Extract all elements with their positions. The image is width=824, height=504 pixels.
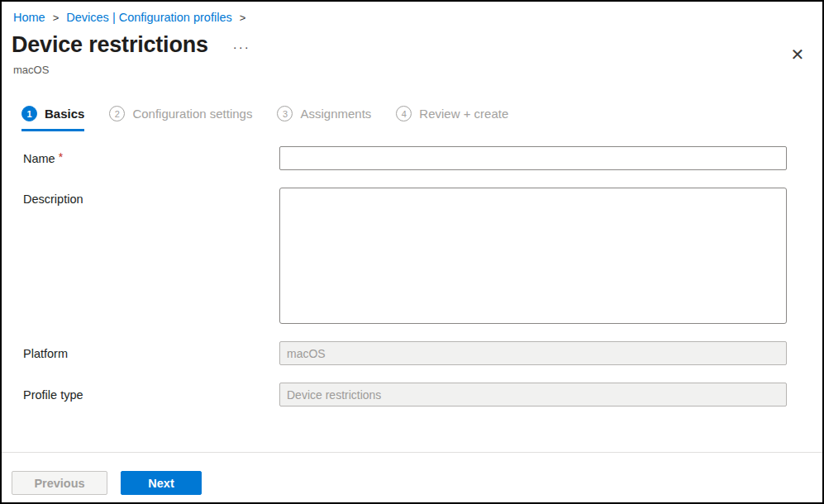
- platform-label: Platform: [23, 347, 279, 360]
- platform-input: [279, 341, 787, 365]
- name-label: Name*: [23, 152, 279, 165]
- profile-type-input: [279, 383, 787, 407]
- description-label: Description: [23, 188, 279, 206]
- step-number-badge: 3: [277, 106, 293, 121]
- breadcrumb-separator: >: [240, 12, 246, 24]
- step-label: Basics: [45, 107, 84, 121]
- header: Device restrictions ···: [2, 24, 822, 58]
- name-input[interactable]: [279, 146, 787, 170]
- basics-form: Name* Description Platform Profile type: [2, 146, 822, 407]
- name-label-text: Name: [23, 152, 55, 165]
- platform-subtitle: macOS: [2, 58, 822, 76]
- breadcrumb-separator: >: [53, 12, 60, 24]
- required-indicator: *: [59, 150, 63, 164]
- step-number-badge: 4: [396, 106, 412, 121]
- tab-assignments[interactable]: 3 Assignments: [277, 106, 371, 131]
- tab-basics[interactable]: 1 Basics: [21, 106, 84, 131]
- wizard-steps: 1 Basics 2 Configuration settings 3 Assi…: [21, 106, 822, 131]
- wizard-footer: Previous Next: [2, 452, 822, 502]
- step-label: Configuration settings: [132, 107, 252, 121]
- page-title: Device restrictions: [12, 32, 208, 58]
- close-icon[interactable]: ✕: [788, 45, 807, 64]
- description-input[interactable]: [279, 188, 787, 324]
- tab-configuration-settings[interactable]: 2 Configuration settings: [109, 106, 252, 131]
- step-number-badge: 1: [21, 106, 37, 121]
- profile-type-row: Profile type: [2, 383, 822, 407]
- previous-button: Previous: [12, 471, 107, 495]
- device-restrictions-wizard: Home > Devices | Configuration profiles …: [0, 0, 824, 504]
- breadcrumb: Home > Devices | Configuration profiles …: [2, 2, 822, 24]
- profile-type-label: Profile type: [23, 388, 279, 402]
- next-button[interactable]: Next: [121, 471, 202, 495]
- tab-review-create[interactable]: 4 Review + create: [396, 106, 508, 131]
- name-row: Name*: [2, 146, 822, 170]
- step-label: Review + create: [419, 107, 508, 121]
- breadcrumb-home-link[interactable]: Home: [13, 11, 45, 24]
- breadcrumb-configuration-profiles-link[interactable]: Devices | Configuration profiles: [66, 11, 231, 24]
- step-label: Assignments: [300, 107, 371, 121]
- platform-row: Platform: [2, 341, 822, 365]
- description-row: Description: [2, 188, 822, 324]
- step-number-badge: 2: [109, 106, 125, 121]
- more-options-icon[interactable]: ···: [233, 40, 250, 53]
